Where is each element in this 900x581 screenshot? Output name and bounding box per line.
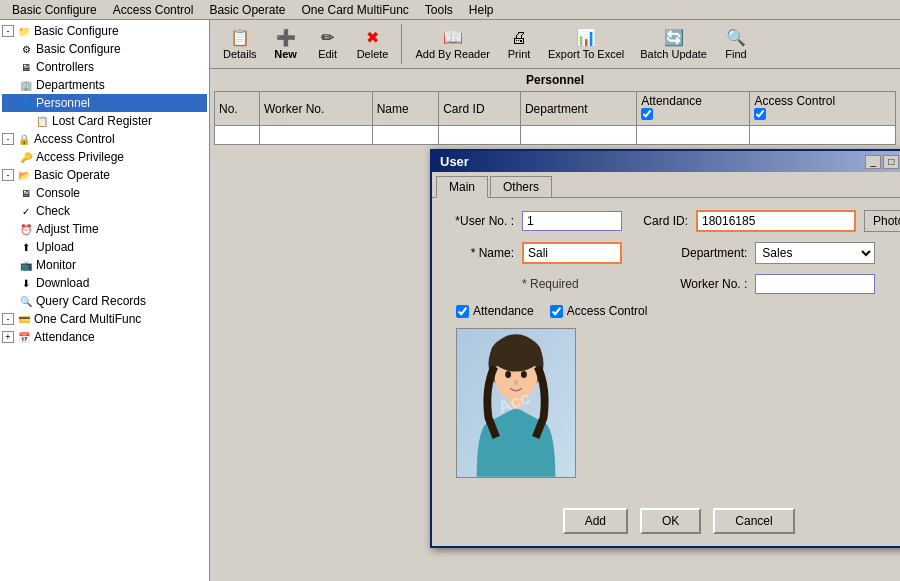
sidebar-label: Basic Configure bbox=[36, 42, 121, 56]
menu-one-card[interactable]: One Card MultiFunc bbox=[293, 1, 416, 19]
sidebar-item-attendance[interactable]: + 📅 Attendance bbox=[2, 328, 207, 346]
sidebar-item-download[interactable]: ⬇ Download bbox=[2, 274, 207, 292]
attendance-checkbox-label[interactable]: Attendance bbox=[456, 304, 534, 318]
sidebar-label: Attendance bbox=[34, 330, 95, 344]
sidebar-item-access-control[interactable]: - 🔒 Access Control bbox=[2, 130, 207, 148]
add-button[interactable]: Add bbox=[563, 508, 628, 534]
edit-button[interactable]: ✏ Edit bbox=[308, 25, 348, 62]
sidebar-item-query-card[interactable]: 🔍 Query Card Records bbox=[2, 292, 207, 310]
card-icon: 📋 bbox=[34, 113, 50, 129]
menu-basic-operate[interactable]: Basic Operate bbox=[201, 1, 293, 19]
menu-help[interactable]: Help bbox=[461, 1, 502, 19]
find-button[interactable]: 🔍 Find bbox=[716, 25, 756, 62]
sidebar-item-monitor[interactable]: 📺 Monitor bbox=[2, 256, 207, 274]
sidebar-item-basic-configure[interactable]: ⚙ Basic Configure bbox=[2, 40, 207, 58]
expand-icon[interactable]: - bbox=[2, 133, 14, 145]
form-row-name: * Name: Department: Sales HR IT Finance bbox=[444, 242, 900, 264]
attendance-checkbox[interactable] bbox=[456, 305, 469, 318]
toolbar: 📋 Details ➕ New ✏ Edit ✖ Delete 📖 Add By… bbox=[210, 20, 900, 69]
attendance-icon: 📅 bbox=[16, 329, 32, 345]
sidebar-item-lost-card[interactable]: 📋 Lost Card Register bbox=[2, 112, 207, 130]
svg-point-3 bbox=[490, 336, 541, 371]
export-excel-button[interactable]: 📊 Export To Excel bbox=[541, 25, 631, 62]
photo-area: Acc bbox=[456, 328, 576, 478]
access-control-checkbox[interactable] bbox=[550, 305, 563, 318]
svg-point-5 bbox=[521, 371, 527, 378]
batch-icon: 🔄 bbox=[664, 28, 684, 47]
expand-icon[interactable]: - bbox=[2, 25, 14, 37]
card-id-label: Card ID: bbox=[638, 214, 688, 228]
form-row-userno: *User No. : Card ID: Photo bbox=[444, 210, 900, 232]
clock-icon: ⏰ bbox=[18, 221, 34, 237]
expand-icon[interactable]: - bbox=[2, 313, 14, 325]
svg-point-6 bbox=[514, 380, 518, 385]
print-icon: 🖨 bbox=[511, 28, 527, 47]
sidebar-label: Basic Configure bbox=[34, 24, 119, 38]
menu-tools[interactable]: Tools bbox=[417, 1, 461, 19]
sidebar-item-upload[interactable]: ⬆ Upload bbox=[2, 238, 207, 256]
sidebar-item-console[interactable]: 🖥 Console bbox=[2, 184, 207, 202]
sidebar-item-adjust-time[interactable]: ⏰ Adjust Time bbox=[2, 220, 207, 238]
user-no-input[interactable] bbox=[522, 211, 622, 231]
tab-others[interactable]: Others bbox=[490, 176, 552, 197]
find-icon: 🔍 bbox=[726, 28, 746, 47]
name-input[interactable] bbox=[522, 242, 622, 264]
expand-icon[interactable]: + bbox=[2, 331, 14, 343]
name-label: * Name: bbox=[444, 246, 514, 260]
details-button[interactable]: 📋 Details bbox=[216, 25, 264, 62]
excel-icon: 📊 bbox=[576, 28, 596, 47]
sidebar-item-one-card[interactable]: - 💳 One Card MultiFunc bbox=[2, 310, 207, 328]
worker-no-label: Worker No. : bbox=[677, 277, 747, 291]
sidebar-label: Access Control bbox=[34, 132, 115, 146]
dialog-content: *User No. : Card ID: Photo * Name: bbox=[432, 198, 900, 500]
sidebar-label: Check bbox=[36, 204, 70, 218]
folder-icon: 📂 bbox=[16, 167, 32, 183]
expand-icon[interactable]: - bbox=[2, 169, 14, 181]
reader-icon: 📖 bbox=[443, 28, 463, 47]
new-button[interactable]: ➕ New bbox=[266, 25, 306, 62]
batch-update-button[interactable]: 🔄 Batch Update bbox=[633, 25, 714, 62]
sidebar-label: Access Privilege bbox=[36, 150, 124, 164]
user-no-label: *User No. : bbox=[444, 214, 514, 228]
tab-main[interactable]: Main bbox=[436, 176, 488, 198]
card-id-input[interactable] bbox=[696, 210, 856, 232]
sidebar-item-basic-operate[interactable]: - 📂 Basic Operate bbox=[2, 166, 207, 184]
photo-button[interactable]: Photo bbox=[864, 210, 900, 232]
maximize-button[interactable]: □ bbox=[883, 155, 899, 169]
upload-icon: ⬆ bbox=[18, 239, 34, 255]
cancel-button[interactable]: Cancel bbox=[713, 508, 794, 534]
key-icon: 🔑 bbox=[18, 149, 34, 165]
sidebar-item-departments[interactable]: 🏢 Departments bbox=[2, 76, 207, 94]
menu-access-control[interactable]: Access Control bbox=[105, 1, 202, 19]
sidebar-item-basic-configure-root[interactable]: - 📁 Basic Configure bbox=[2, 22, 207, 40]
delete-button[interactable]: ✖ Delete bbox=[350, 25, 396, 62]
department-select[interactable]: Sales HR IT Finance bbox=[755, 242, 875, 264]
sidebar-label: Adjust Time bbox=[36, 222, 99, 236]
toolbar-separator bbox=[401, 24, 402, 64]
print-button[interactable]: 🖨 Print bbox=[499, 25, 539, 62]
svg-point-4 bbox=[505, 371, 511, 378]
worker-no-input[interactable] bbox=[755, 274, 875, 294]
attendance-label-text: Attendance bbox=[473, 304, 534, 318]
add-by-reader-button[interactable]: 📖 Add By Reader bbox=[408, 25, 497, 62]
person-icon: 👤 bbox=[18, 95, 34, 111]
access-control-checkbox-label[interactable]: Access Control bbox=[550, 304, 648, 318]
right-panel: 📋 Details ➕ New ✏ Edit ✖ Delete 📖 Add By… bbox=[210, 20, 900, 581]
settings-icon: ⚙ bbox=[18, 41, 34, 57]
monitor-icon: 📺 bbox=[18, 257, 34, 273]
dept-label: Department: bbox=[677, 246, 747, 260]
ok-button[interactable]: OK bbox=[640, 508, 701, 534]
personnel-section: Personnel No. Worker No. Name Card ID De… bbox=[210, 69, 900, 581]
dialog-tabs: Main Others bbox=[432, 172, 900, 198]
sidebar-item-check[interactable]: ✓ Check bbox=[2, 202, 207, 220]
sidebar-label: Console bbox=[36, 186, 80, 200]
sidebar-item-access-privilege[interactable]: 🔑 Access Privilege bbox=[2, 148, 207, 166]
minimize-button[interactable]: _ bbox=[865, 155, 881, 169]
folder-icon: 📁 bbox=[16, 23, 32, 39]
sidebar-label: One Card MultiFunc bbox=[34, 312, 141, 326]
dialog-footer: Add OK Cancel bbox=[432, 500, 900, 546]
sidebar-item-personnel[interactable]: 👤 Personnel bbox=[2, 94, 207, 112]
card-icon: 💳 bbox=[16, 311, 32, 327]
menu-basic-configure[interactable]: Basic Configure bbox=[4, 1, 105, 19]
sidebar-item-controllers[interactable]: 🖥 Controllers bbox=[2, 58, 207, 76]
